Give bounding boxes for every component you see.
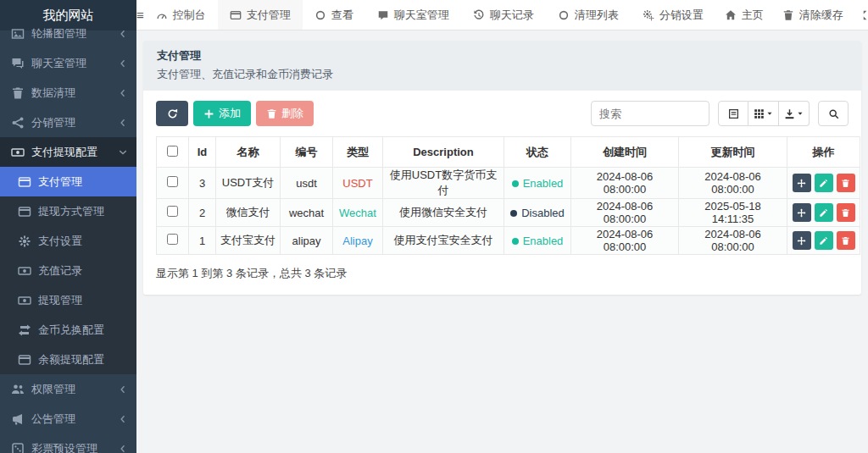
circle-icon <box>314 9 326 21</box>
chevron-left-icon <box>118 118 128 128</box>
chevron-left-icon <box>118 384 128 395</box>
home-icon <box>725 9 737 21</box>
sidebar-item-chatroom[interactable]: 聊天室管理 <box>0 48 136 78</box>
main-area: ≡ 控制台 支付管理 查看 聊天室管理 <box>136 0 868 453</box>
status-badge: Enabled <box>504 168 571 199</box>
sidebar-item-payment-mgmt[interactable]: 支付管理 <box>0 167 136 196</box>
tab-view[interactable]: 查看 <box>303 0 365 30</box>
delete-button[interactable]: 删除 <box>256 101 314 126</box>
delete-button-label: 删除 <box>281 106 303 121</box>
select-all-checkbox[interactable] <box>167 146 178 157</box>
sidebar-item-label: 公告管理 <box>31 412 118 427</box>
tab-distribution-settings[interactable]: 分销设置 <box>631 0 715 30</box>
columns-button[interactable] <box>748 101 779 126</box>
sidebar-item-balance-withdraw[interactable]: 余额提现配置 <box>0 345 136 374</box>
sidebar-item-recharge-records[interactable]: 充值记录 <box>0 256 136 285</box>
col-type: 类型 <box>333 137 383 168</box>
sidebar-item-withdraw-mgmt[interactable]: 提现管理 <box>0 285 136 315</box>
trash-icon <box>841 179 850 188</box>
pencil-icon <box>819 236 828 246</box>
dice-icon <box>11 442 25 453</box>
payments-table: Id 名称 编号 类型 Description 状态 创建时间 更新时间 操作 <box>156 136 860 255</box>
cell-code: wechat <box>281 199 333 227</box>
app-window: 我的网站 轮播图管理 聊天室管理 数据清理 分销管理 <box>0 0 868 453</box>
move-button[interactable] <box>793 203 811 222</box>
col-created: 创建时间 <box>571 137 679 168</box>
cell-name: 支付宝支付 <box>216 227 281 255</box>
cell-type: USDT <box>333 168 383 199</box>
search-input[interactable] <box>591 101 709 126</box>
edit-button[interactable] <box>815 203 833 222</box>
view-button-group <box>718 101 810 126</box>
money-icon <box>11 146 25 159</box>
row-delete-button[interactable] <box>837 231 855 250</box>
trash-icon <box>841 208 850 218</box>
cell-updated: 2024-08-06 08:00:00 <box>679 227 787 255</box>
tab-chatroom-mgmt[interactable]: 聊天室管理 <box>365 0 461 30</box>
status-dot <box>512 180 519 187</box>
sidebar-item-distribution[interactable]: 分销管理 <box>0 108 136 137</box>
table-header-row: Id 名称 编号 类型 Description 状态 创建时间 更新时间 操作 <box>157 137 860 168</box>
move-icon <box>797 179 806 188</box>
home-link[interactable]: 主页 <box>715 0 773 30</box>
export-button[interactable] <box>779 101 810 126</box>
tab-clean-list[interactable]: 清理列表 <box>546 0 631 30</box>
row-checkbox[interactable] <box>167 234 178 245</box>
sidebar-item-data-clean[interactable]: 数据清理 <box>0 78 136 108</box>
table-row: 2 微信支付 wechat Wechat 使用微信安全支付 Disabled 2… <box>157 199 860 227</box>
tab-dashboard[interactable]: 控制台 <box>144 0 218 30</box>
sidebar-item-withdraw-method[interactable]: 提现方式管理 <box>0 196 136 226</box>
tab-payment-mgmt[interactable]: 支付管理 <box>218 0 303 30</box>
sidebar-item-announcements[interactable]: 公告管理 <box>0 404 136 434</box>
sidebar-item-payment-config[interactable]: 支付提现配置 <box>0 137 136 167</box>
fullscreen-button[interactable] <box>853 0 868 30</box>
sidebar-item-permissions[interactable]: 权限管理 <box>0 374 136 404</box>
col-id: Id <box>189 137 216 168</box>
users-icon <box>11 383 25 396</box>
credit-card-icon <box>230 9 242 21</box>
refresh-button[interactable] <box>156 101 188 126</box>
sidebar-item-payment-settings[interactable]: 支付设置 <box>0 226 136 256</box>
move-button[interactable] <box>793 231 811 250</box>
tab-label: 支付管理 <box>247 8 291 23</box>
nav-tabs: 控制台 支付管理 查看 聊天室管理 聊天记录 <box>144 0 715 30</box>
edit-button[interactable] <box>815 231 833 250</box>
col-ops: 操作 <box>787 137 860 168</box>
search-button[interactable] <box>818 101 849 126</box>
card-view-icon <box>728 108 739 119</box>
chevron-left-icon <box>118 444 128 453</box>
history-icon <box>473 9 485 21</box>
move-button[interactable] <box>793 174 811 192</box>
toggle-view-button[interactable] <box>718 101 748 126</box>
sidebar-item-carousel[interactable]: 轮播图管理 <box>0 19 136 48</box>
tab-label: 控制台 <box>173 8 206 23</box>
caret-down-icon <box>766 110 773 117</box>
cell-updated: 2024-08-06 08:00:00 <box>679 168 787 199</box>
pencil-icon <box>819 208 828 218</box>
row-delete-button[interactable] <box>837 174 855 192</box>
home-label: 主页 <box>742 8 764 23</box>
credit-card-icon <box>18 353 31 367</box>
edit-button[interactable] <box>815 174 833 192</box>
status-badge: Enabled <box>504 227 571 255</box>
cell-id: 3 <box>189 168 216 199</box>
col-updated: 更新时间 <box>679 137 787 168</box>
clear-cache-button[interactable]: 清除缓存 <box>773 0 853 30</box>
sidebar-toggle-icon[interactable]: ≡ <box>136 0 144 30</box>
credit-card-icon <box>18 175 31 189</box>
megaphone-icon <box>11 412 25 426</box>
sidebar-item-coin-exchange[interactable]: 金币兑换配置 <box>0 315 136 345</box>
tab-label: 清理列表 <box>575 8 619 23</box>
row-checkbox[interactable] <box>167 176 178 187</box>
row-checkbox[interactable] <box>167 206 178 217</box>
sidebar-item-lottery-presets[interactable]: 彩票预设管理 <box>0 434 136 453</box>
tab-chat-history[interactable]: 聊天记录 <box>461 0 546 30</box>
col-status: 状态 <box>504 137 571 168</box>
cell-id: 1 <box>189 227 216 255</box>
cell-type: Wechat <box>333 199 383 227</box>
add-button[interactable]: 添加 <box>193 101 251 126</box>
image-icon <box>11 27 25 41</box>
comments-icon <box>11 57 25 70</box>
row-delete-button[interactable] <box>837 203 855 222</box>
top-navbar: ≡ 控制台 支付管理 查看 聊天室管理 <box>136 0 868 30</box>
